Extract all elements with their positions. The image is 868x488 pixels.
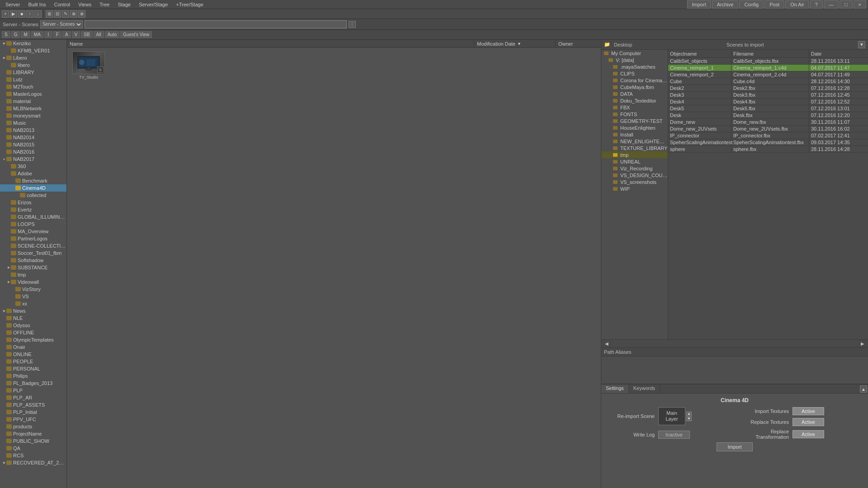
folder-tree-item[interactable]: NEW_ENLIGHTEN_SETS bbox=[601, 138, 668, 145]
minimize-button[interactable]: — bbox=[824, 0, 839, 9]
tree-item[interactable]: Erizos bbox=[0, 199, 66, 206]
file-row[interactable]: CubeCube.c4d28.12.2016 14:30 bbox=[668, 78, 868, 85]
close-button[interactable]: × bbox=[854, 0, 866, 9]
post-button[interactable]: Post bbox=[764, 0, 784, 9]
replace-textures-btn[interactable]: Active bbox=[793, 418, 824, 426]
file-row[interactable]: Desk4Desk4.fbx07.12.2016 12:52 bbox=[668, 99, 868, 105]
tree-item[interactable]: KFMB_VER01 bbox=[0, 47, 66, 54]
sort-arrow[interactable]: ▼ bbox=[517, 42, 521, 46]
tree-item[interactable]: PERSONAL bbox=[0, 365, 66, 372]
tree-item[interactable]: NLE bbox=[0, 314, 66, 322]
tree-item[interactable]: NAB2014 bbox=[0, 134, 66, 141]
tree-item[interactable]: ProjectName bbox=[0, 430, 66, 437]
tree-item[interactable]: 360 bbox=[0, 163, 66, 170]
tree-item[interactable]: Softshadow bbox=[0, 257, 66, 264]
tree-item[interactable]: NAB2013 bbox=[0, 127, 66, 134]
tab-settings[interactable]: Settings bbox=[601, 385, 629, 393]
tree-item[interactable]: collected bbox=[0, 192, 66, 199]
folder-tree-item[interactable]: UNREAL bbox=[601, 158, 668, 165]
filter-guestview[interactable]: Guest's View bbox=[120, 31, 152, 38]
filter-ma[interactable]: MA bbox=[31, 31, 43, 38]
filter-s[interactable]: S bbox=[2, 31, 10, 38]
toolbar-btn7[interactable]: ⊟ bbox=[54, 10, 61, 18]
toolbar-btn8[interactable]: ✎ bbox=[62, 10, 69, 18]
menu-stage[interactable]: Stage bbox=[114, 1, 134, 8]
toolbar-btn3[interactable]: ■ bbox=[18, 10, 25, 18]
menu-server[interactable]: Server bbox=[2, 1, 24, 8]
tree-item[interactable]: moneysmart bbox=[0, 112, 66, 119]
folder-tree-item[interactable]: CubeMaya.fbm bbox=[601, 84, 668, 90]
replace-transformation-btn[interactable]: Active bbox=[793, 430, 824, 438]
scenes-settings-btn[interactable]: ⋮ bbox=[349, 21, 356, 28]
filter-i[interactable]: I bbox=[44, 31, 52, 38]
tree-item[interactable]: libero bbox=[0, 61, 66, 69]
file-row[interactable]: Cinema_reimport_2Cinema_reimport_2.c4d04… bbox=[668, 71, 868, 78]
tree-item[interactable]: ▶Libero bbox=[0, 54, 66, 61]
tab-keywords[interactable]: Keywords bbox=[629, 385, 660, 393]
folder-tree-item[interactable]: V: [data] bbox=[601, 56, 668, 63]
tree-item[interactable]: products bbox=[0, 423, 66, 430]
tree-item[interactable]: PLP_ASSETS bbox=[0, 401, 66, 408]
tree-item[interactable]: ▼NAB2017 bbox=[0, 155, 66, 163]
file-row[interactable]: Dome_new_2UVsetsDome_new_2UVsets.fbx30.1… bbox=[668, 126, 868, 132]
tree-item[interactable]: Benchmark bbox=[0, 177, 66, 184]
file-row[interactable]: Dome_newDome_new.fbx30.11.2016 11:07 bbox=[668, 119, 868, 126]
tree-item[interactable]: SCENE-COLLECTIO... bbox=[0, 242, 66, 249]
config-button[interactable]: Config bbox=[739, 0, 764, 9]
archive-button[interactable]: Archive bbox=[712, 0, 739, 9]
folder-tree-item[interactable]: FONTS bbox=[601, 111, 668, 117]
folder-tree-item[interactable]: tmp bbox=[601, 151, 668, 158]
tree-item[interactable]: OlympicTemplates bbox=[0, 336, 66, 343]
file-row[interactable]: SpeherScalingAnimationtestSpeherScalingA… bbox=[668, 139, 868, 146]
folder-tree-item[interactable]: .mayaSwatches bbox=[601, 63, 668, 70]
scene-thumb-tvstudio[interactable]: S TV_Studio bbox=[71, 52, 107, 80]
folder-tree-item[interactable]: TEXTURE_LIBRARY bbox=[601, 145, 668, 151]
folder-tree-item[interactable]: Doku_Texteditor bbox=[601, 97, 668, 104]
file-row[interactable]: spheresphere.fbx28.11.2016 14:28 bbox=[668, 146, 868, 153]
folder-tree-item[interactable]: FBX bbox=[601, 104, 668, 111]
tree-item[interactable]: MA_Overview bbox=[0, 228, 66, 235]
toolbar-btn5[interactable]: ↓ bbox=[34, 10, 42, 18]
folder-tree-item[interactable]: HouseEnlighten bbox=[601, 124, 668, 131]
import-button[interactable]: Import bbox=[687, 0, 711, 9]
tree-item[interactable]: PL_Badges_2013 bbox=[0, 380, 66, 387]
tree-item[interactable]: ▶Kenziko bbox=[0, 40, 66, 47]
folder-tree-item[interactable]: CLIPS bbox=[601, 70, 668, 77]
scenes-dropdown[interactable]: Server - Scenes bbox=[40, 20, 83, 28]
folder-tree-item[interactable]: Viz_Recording bbox=[601, 165, 668, 172]
tree-item[interactable]: PLP_AR bbox=[0, 394, 66, 401]
tree-item[interactable]: Evertz bbox=[0, 206, 66, 213]
filter-a[interactable]: A bbox=[62, 31, 71, 38]
tree-item[interactable]: NAB2016 bbox=[0, 148, 66, 155]
import-textures-btn[interactable]: Active bbox=[793, 407, 824, 415]
menu-builtins[interactable]: Built Ins bbox=[24, 1, 49, 8]
tree-item[interactable]: PEOPLE bbox=[0, 358, 66, 365]
file-row[interactable]: Cinema_reimport_1Cinema_reimport_1.c4d04… bbox=[668, 65, 868, 71]
toolbar-btn6[interactable]: ⊞ bbox=[46, 10, 53, 18]
tree-item[interactable]: PPV_UFC bbox=[0, 416, 66, 423]
tree-item[interactable]: VS bbox=[0, 293, 66, 300]
tree-item[interactable]: Soccer_Test01_fbm bbox=[0, 249, 66, 257]
layer-down-arrow[interactable]: ▼ bbox=[686, 417, 692, 421]
tree-item[interactable]: GLOBAL_ILLUMINAT... bbox=[0, 213, 66, 221]
folder-tree-item[interactable]: Corona for Cinema4D s bbox=[601, 77, 668, 84]
file-row[interactable]: DeskDesk.fbx07.12.2016 12:20 bbox=[668, 112, 868, 119]
folder-tree-item[interactable]: Install bbox=[601, 131, 668, 138]
tree-item[interactable]: tmp bbox=[0, 271, 66, 278]
tree-item[interactable]: PUBLIC_SHOW bbox=[0, 437, 66, 445]
tree-item[interactable]: QA bbox=[0, 445, 66, 452]
menu-tree[interactable]: Tree bbox=[96, 1, 113, 8]
tree-item[interactable]: LOOPS bbox=[0, 221, 66, 228]
tree-item[interactable]: PartnerLogos bbox=[0, 235, 66, 242]
tree-item[interactable]: Music bbox=[0, 119, 66, 127]
menu-control[interactable]: Control bbox=[51, 1, 74, 8]
toolbar-btn10[interactable]: ⊗ bbox=[78, 10, 85, 18]
folder-tree-item[interactable]: My Computer bbox=[601, 50, 668, 56]
tree-item[interactable]: LIBRARY bbox=[0, 69, 66, 76]
write-log-btn[interactable]: Inactive bbox=[658, 431, 690, 439]
file-row[interactable]: Desk3Desk3.fbx07.12.2016 12:45 bbox=[668, 92, 868, 99]
folder-tree-item[interactable]: WIP bbox=[601, 185, 668, 192]
maximize-button[interactable]: □ bbox=[840, 0, 853, 9]
tree-item[interactable]: ▶Videowall bbox=[0, 278, 66, 286]
folder-tree-item[interactable]: GEOMETRY-TEST bbox=[601, 117, 668, 124]
